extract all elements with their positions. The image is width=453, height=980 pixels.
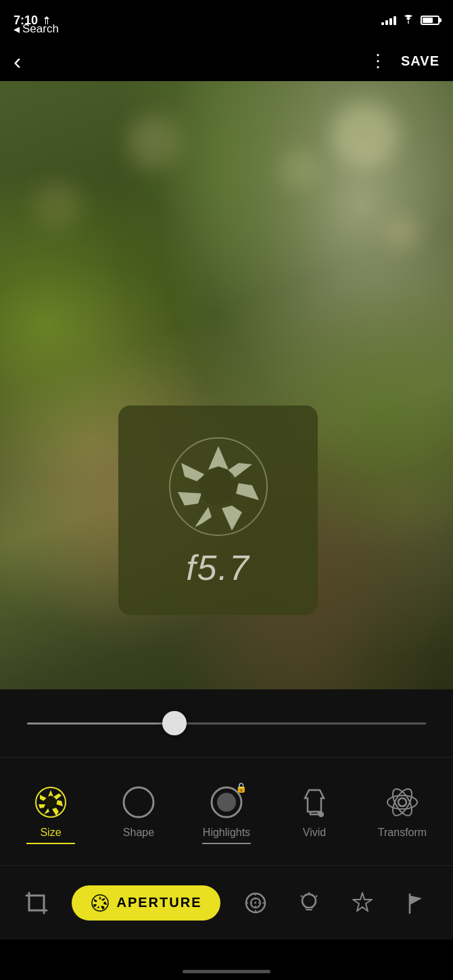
aperture-app-label: APERTURE <box>116 895 201 910</box>
svg-point-17 <box>302 894 316 908</box>
more-button[interactable]: ⋮ <box>369 51 387 72</box>
tool-bar: Size Shape 🔒 Highlights <box>0 757 453 865</box>
signal-icon <box>381 16 396 25</box>
crop-button[interactable] <box>18 885 55 921</box>
flag-button[interactable] <box>398 885 434 921</box>
vivid-icon <box>297 785 332 820</box>
tool-transform-label: Transform <box>378 827 427 839</box>
status-bar: 7:10 <box>0 0 453 41</box>
status-right <box>381 14 439 26</box>
nav-bar: ‹ ⋮ SAVE <box>0 41 453 81</box>
highlights-icon: 🔒 <box>209 785 244 820</box>
svg-point-7 <box>217 793 236 812</box>
aperture-card: f5.7 <box>118 406 318 615</box>
flag-icon <box>403 890 429 916</box>
tool-vivid-label: Vivid <box>303 827 326 839</box>
back-button[interactable]: ‹ <box>14 48 41 74</box>
bottom-app-bar: APERTURE <box>0 865 453 939</box>
search-label[interactable]: Search <box>22 22 59 36</box>
tool-vivid[interactable]: Vivid <box>284 785 345 839</box>
tool-transform[interactable]: Transform <box>372 785 433 839</box>
slider-fill <box>27 722 174 725</box>
slider-area[interactable] <box>0 689 453 757</box>
svg-point-5 <box>124 787 153 817</box>
wifi-icon <box>402 14 415 26</box>
aperture-yellow-icon <box>33 785 68 820</box>
search-back-row[interactable]: ◂ Search <box>14 22 59 36</box>
search-back-icon: ◂ <box>14 22 20 36</box>
save-button[interactable]: SAVE <box>401 53 439 69</box>
transform-atom-icon <box>385 785 420 820</box>
transform-icon <box>385 785 420 820</box>
tool-size-label: Size <box>40 827 61 839</box>
lens-icon <box>243 890 268 916</box>
bulb-button[interactable] <box>291 885 327 921</box>
battery-icon <box>421 16 439 25</box>
tool-highlights-label: Highlights <box>203 827 250 839</box>
aperture-app-button[interactable]: APERTURE <box>72 885 220 921</box>
tool-shape-label: Shape <box>123 827 154 839</box>
f-symbol: f <box>186 548 197 587</box>
shape-circle-icon <box>121 785 156 820</box>
svg-point-9 <box>398 798 406 806</box>
vivid-paint-icon <box>297 785 332 820</box>
f-number-display: f5.7 <box>186 547 250 588</box>
lens-button[interactable] <box>237 885 274 921</box>
wifi-svg <box>402 14 415 24</box>
svg-point-0 <box>408 22 409 24</box>
f-value: 5.7 <box>197 548 250 587</box>
tool-shape[interactable]: Shape <box>108 785 169 839</box>
slider-thumb[interactable] <box>162 711 187 735</box>
nav-right: ⋮ SAVE <box>369 51 439 72</box>
star-icon <box>350 890 375 916</box>
svg-point-8 <box>318 812 324 817</box>
aperture-small-icon <box>91 893 110 912</box>
aperture-large-icon <box>164 433 272 541</box>
home-indicator <box>183 970 270 973</box>
lock-icon: 🔒 <box>235 782 247 793</box>
photo-area: f5.7 <box>0 81 453 689</box>
size-icon <box>33 785 68 820</box>
svg-point-4 <box>45 796 57 808</box>
tool-size[interactable]: Size <box>20 785 81 839</box>
star-button[interactable] <box>344 885 381 921</box>
svg-point-2 <box>199 468 237 506</box>
crop-icon <box>24 890 49 916</box>
svg-point-14 <box>97 900 103 906</box>
tool-highlights[interactable]: 🔒 Highlights <box>196 785 257 839</box>
slider-track[interactable] <box>27 722 426 725</box>
shape-icon <box>121 785 156 820</box>
bulb-icon <box>296 890 322 916</box>
